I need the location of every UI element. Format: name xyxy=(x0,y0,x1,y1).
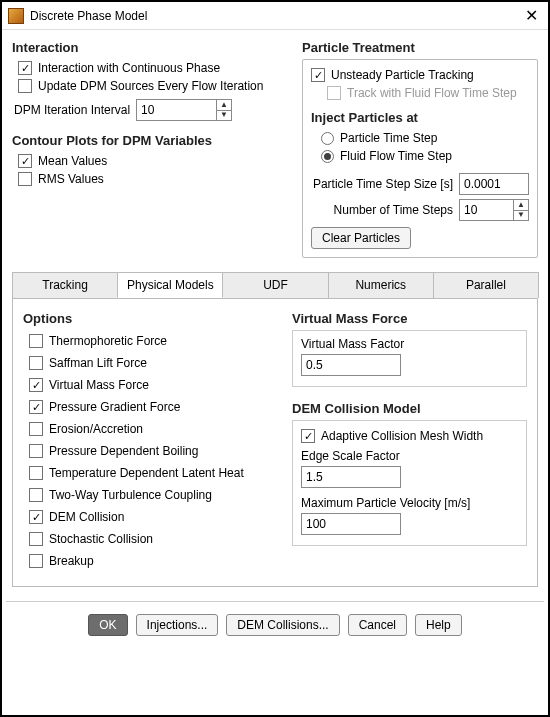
vmf-heading: Virtual Mass Force xyxy=(292,311,527,326)
label-option-8: DEM Collision xyxy=(49,510,124,524)
label-iteration-interval: DPM Iteration Interval xyxy=(14,103,130,117)
label-option-5: Pressure Dependent Boiling xyxy=(49,444,198,458)
spinner-num-time-steps[interactable]: ▲▼ xyxy=(513,199,529,221)
dem-heading: DEM Collision Model xyxy=(292,401,527,416)
checkbox-option-9[interactable] xyxy=(29,532,43,546)
label-option-3: Pressure Gradient Force xyxy=(49,400,180,414)
checkbox-adaptive-collision[interactable]: ✓ xyxy=(301,429,315,443)
window-title: Discrete Phase Model xyxy=(30,9,147,23)
treatment-heading: Particle Treatment xyxy=(302,40,538,55)
input-num-time-steps[interactable] xyxy=(459,199,513,221)
label-edge-scale: Edge Scale Factor xyxy=(301,449,518,463)
checkbox-option-8[interactable]: ✓ xyxy=(29,510,43,524)
tab-numerics[interactable]: Numerics xyxy=(328,272,434,298)
label-radio-fluid-ts: Fluid Flow Time Step xyxy=(340,149,452,163)
checkbox-option-5[interactable] xyxy=(29,444,43,458)
label-track-fluid-ts: Track with Fluid Flow Time Step xyxy=(347,86,517,100)
label-num-time-steps: Number of Time Steps xyxy=(311,203,453,217)
checkbox-interaction-continuous[interactable]: ✓ xyxy=(18,61,32,75)
checkbox-option-1[interactable] xyxy=(29,356,43,370)
dem-collisions-button[interactable]: DEM Collisions... xyxy=(226,614,339,636)
checkbox-option-6[interactable] xyxy=(29,466,43,480)
tab-tracking[interactable]: Tracking xyxy=(12,272,118,298)
clear-particles-button[interactable]: Clear Particles xyxy=(311,227,411,249)
checkbox-update-dpm-sources[interactable] xyxy=(18,79,32,93)
input-edge-scale[interactable] xyxy=(301,466,401,488)
app-icon xyxy=(8,8,24,24)
contour-heading: Contour Plots for DPM Variables xyxy=(12,133,292,148)
checkbox-rms-values[interactable] xyxy=(18,172,32,186)
options-heading: Options xyxy=(23,311,278,326)
input-particle-ts-size[interactable] xyxy=(459,173,529,195)
label-rms-values: RMS Values xyxy=(38,172,104,186)
checkbox-track-fluid-ts xyxy=(327,86,341,100)
tab-bar: Tracking Physical Models UDF Numerics Pa… xyxy=(12,272,538,299)
label-option-2: Virtual Mass Force xyxy=(49,378,149,392)
checkbox-option-0[interactable] xyxy=(29,334,43,348)
input-iteration-interval[interactable] xyxy=(136,99,216,121)
close-icon[interactable]: ✕ xyxy=(521,6,542,25)
title-bar: Discrete Phase Model ✕ xyxy=(2,2,548,30)
radio-particle-time-step[interactable] xyxy=(321,132,334,145)
tab-body-physical-models: Options Thermophoretic ForceSaffman Lift… xyxy=(12,299,538,587)
label-option-0: Thermophoretic Force xyxy=(49,334,167,348)
ok-button[interactable]: OK xyxy=(88,614,127,636)
label-radio-particle-ts: Particle Time Step xyxy=(340,131,437,145)
label-option-1: Saffman Lift Force xyxy=(49,356,147,370)
cancel-button[interactable]: Cancel xyxy=(348,614,407,636)
label-max-velocity: Maximum Particle Velocity [m/s] xyxy=(301,496,518,510)
label-adaptive-collision: Adaptive Collision Mesh Width xyxy=(321,429,483,443)
checkbox-option-2[interactable]: ✓ xyxy=(29,378,43,392)
label-mean-values: Mean Values xyxy=(38,154,107,168)
label-vmf-factor: Virtual Mass Factor xyxy=(301,337,518,351)
interaction-heading: Interaction xyxy=(12,40,292,55)
help-button[interactable]: Help xyxy=(415,614,462,636)
label-option-9: Stochastic Collision xyxy=(49,532,153,546)
input-vmf-factor[interactable] xyxy=(301,354,401,376)
treatment-group: ✓ Unsteady Particle Tracking Track with … xyxy=(302,59,538,258)
dem-group: ✓ Adaptive Collision Mesh Width Edge Sca… xyxy=(292,420,527,546)
spinner-iteration-interval[interactable]: ▲▼ xyxy=(216,99,232,121)
label-unsteady-tracking: Unsteady Particle Tracking xyxy=(331,68,474,82)
vmf-group: Virtual Mass Factor xyxy=(292,330,527,387)
checkbox-option-4[interactable] xyxy=(29,422,43,436)
label-update-dpm-sources: Update DPM Sources Every Flow Iteration xyxy=(38,79,263,93)
label-option-4: Erosion/Accretion xyxy=(49,422,143,436)
radio-fluid-flow-time-step[interactable] xyxy=(321,150,334,163)
tab-udf[interactable]: UDF xyxy=(222,272,328,298)
checkbox-option-7[interactable] xyxy=(29,488,43,502)
checkbox-mean-values[interactable]: ✓ xyxy=(18,154,32,168)
label-option-6: Temperature Dependent Latent Heat xyxy=(49,466,244,480)
checkbox-option-10[interactable] xyxy=(29,554,43,568)
tab-physical-models[interactable]: Physical Models xyxy=(117,272,223,298)
tab-parallel[interactable]: Parallel xyxy=(433,272,539,298)
label-interaction-continuous: Interaction with Continuous Phase xyxy=(38,61,220,75)
input-max-velocity[interactable] xyxy=(301,513,401,535)
checkbox-option-3[interactable]: ✓ xyxy=(29,400,43,414)
inject-heading: Inject Particles at xyxy=(311,110,529,125)
injections-button[interactable]: Injections... xyxy=(136,614,219,636)
label-particle-ts-size: Particle Time Step Size [s] xyxy=(311,177,453,191)
label-option-7: Two-Way Turbulence Coupling xyxy=(49,488,212,502)
label-option-10: Breakup xyxy=(49,554,94,568)
dialog-footer: OK Injections... DEM Collisions... Cance… xyxy=(2,602,548,650)
checkbox-unsteady-tracking[interactable]: ✓ xyxy=(311,68,325,82)
